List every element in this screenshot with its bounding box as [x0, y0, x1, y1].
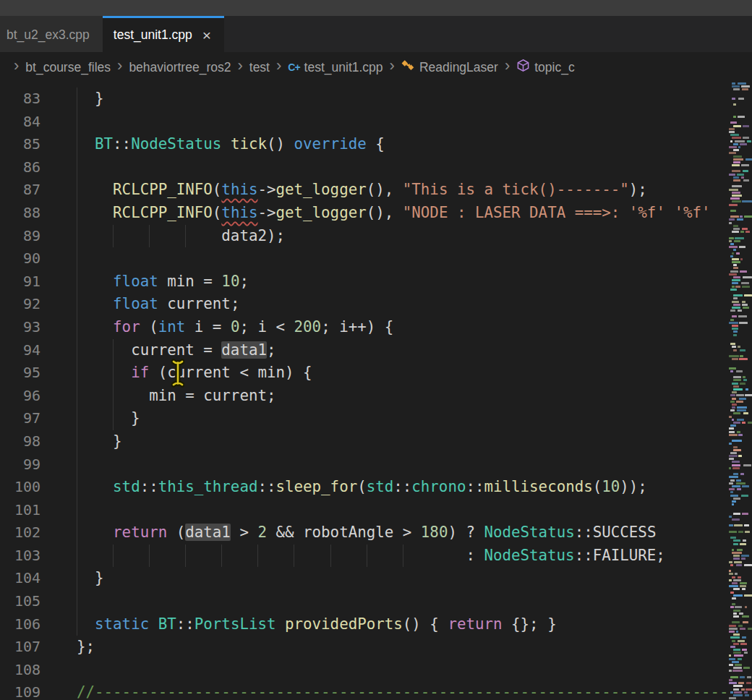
- code-line[interactable]: 102 return (data1 > 2 && robotAngle > 18…: [0, 521, 728, 545]
- window-title-bar: [0, 0, 752, 16]
- code-line[interactable]: 104 }: [0, 567, 728, 590]
- code-line[interactable]: 109//-----------------------------------…: [0, 681, 728, 700]
- breadcrumb-item-test[interactable]: test: [249, 60, 270, 75]
- breadcrumb-item-test_unit1.cpp[interactable]: C+test_unit1.cpp: [288, 60, 383, 75]
- code-text[interactable]: [77, 156, 728, 179]
- code-text[interactable]: [77, 247, 728, 270]
- tab-bt_u2_ex3.cpp[interactable]: bt_u2_ex3.cpp: [0, 16, 103, 52]
- breadcrumb-item-ReadingLaser[interactable]: ReadingLaser: [401, 59, 498, 76]
- indent-guide: [77, 590, 77, 613]
- minimap-row: [728, 422, 752, 424]
- minimap-row: [728, 424, 752, 427]
- code-text[interactable]: return (data1 > 2 && robotAngle > 180) ?…: [77, 521, 728, 545]
- minimap-row: [728, 518, 752, 521]
- line-number: 101: [0, 499, 43, 522]
- code-line[interactable]: 93 for (int i = 0; i < 200; i++) {: [0, 316, 728, 339]
- minimap-row: [728, 516, 752, 518]
- minimap-row: [728, 182, 752, 184]
- close-icon[interactable]: ×: [202, 27, 211, 43]
- code-line[interactable]: 87 RCLCPP_INFO(this->get_logger(), "This…: [0, 179, 728, 202]
- code-text[interactable]: float min = 10;: [77, 270, 728, 294]
- code-line[interactable]: 88 RCLCPP_INFO(this->get_logger(), "NODE…: [0, 202, 728, 225]
- code-line[interactable]: 94 current = data1;: [0, 339, 728, 362]
- code-text[interactable]: }: [77, 430, 728, 453]
- code-text[interactable]: }: [77, 567, 728, 590]
- minimap-row: [728, 210, 752, 212]
- minimap-row: [728, 495, 752, 497]
- code-text[interactable]: if (current < min) {: [77, 362, 728, 385]
- indent-guide: [77, 499, 77, 522]
- code-line[interactable]: 92 float current;: [0, 293, 728, 316]
- code-line[interactable]: 89 data2);: [0, 225, 728, 248]
- code-line[interactable]: 100 std::this_thread::sleep_for(std::chr…: [0, 476, 728, 499]
- code-line[interactable]: 96 min = current;: [0, 385, 728, 408]
- minimap-row: [728, 649, 752, 651]
- line-number: 92: [0, 293, 43, 316]
- code-line[interactable]: 86: [0, 156, 728, 179]
- minimap-row: [728, 446, 752, 448]
- method-icon: [516, 59, 530, 76]
- code-line[interactable]: 103 : NodeStatus::FAILURE;: [0, 545, 728, 568]
- code-line[interactable]: 105: [0, 590, 728, 613]
- minimap-row: [728, 355, 752, 357]
- code-text[interactable]: [77, 499, 728, 522]
- code-line[interactable]: 107};: [0, 636, 728, 659]
- minimap-row: [728, 524, 752, 526]
- code-line[interactable]: 84: [0, 111, 728, 134]
- code-line[interactable]: 91 float min = 10;: [0, 270, 728, 294]
- code-text[interactable]: }: [77, 88, 728, 111]
- minimap-row: [728, 633, 752, 636]
- code-text[interactable]: data2);: [77, 225, 728, 248]
- code-text[interactable]: //--------------------------------------…: [77, 681, 728, 700]
- code-text[interactable]: [77, 453, 728, 477]
- minimap-row: [728, 412, 752, 414]
- code-line[interactable]: 85 BT::NodeStatus tick() override {: [0, 133, 728, 156]
- code-line[interactable]: 98 }: [0, 430, 728, 453]
- code-text[interactable]: };: [77, 636, 728, 659]
- minimap-row: [728, 552, 752, 554]
- code-text[interactable]: BT::NodeStatus tick() override {: [77, 133, 728, 156]
- chevron-right-icon: ›: [383, 58, 401, 74]
- tab-test_unit1.cpp[interactable]: test_unit1.cpp×: [103, 16, 224, 52]
- minimap-row: [728, 379, 752, 381]
- breadcrumb-item-topic_c[interactable]: topic_c: [516, 59, 574, 76]
- minimap-row: [728, 255, 752, 257]
- chevron-right-icon: ›: [231, 58, 249, 74]
- code-line[interactable]: 90: [0, 247, 728, 270]
- code-text[interactable]: [77, 111, 728, 134]
- minimap-row: [728, 670, 752, 672]
- code-text[interactable]: float current;: [77, 293, 728, 316]
- minimap-row: [728, 291, 752, 294]
- minimap[interactable]: [728, 82, 752, 700]
- breadcrumb-item-bt_course_files[interactable]: bt_course_files: [25, 60, 111, 75]
- tab-label: test_unit1.cpp: [114, 27, 192, 43]
- minimap-row: [728, 128, 752, 130]
- minimap-row: [728, 358, 752, 360]
- code-text[interactable]: [77, 590, 728, 613]
- code-text[interactable]: RCLCPP_INFO(this->get_logger(), "NODE : …: [77, 202, 728, 225]
- line-number: 91: [0, 270, 43, 294]
- code-text[interactable]: std::this_thread::sleep_for(std::chrono:…: [77, 476, 728, 499]
- code-editor[interactable]: 83 }8485 BT::NodeStatus tick() override …: [0, 82, 728, 700]
- indent-guide: [77, 453, 77, 477]
- code-text[interactable]: RCLCPP_INFO(this->get_logger(), "This is…: [77, 179, 728, 202]
- minimap-row: [728, 558, 752, 560]
- code-line[interactable]: 99: [0, 453, 728, 477]
- minimap-row: [728, 270, 752, 273]
- breadcrumb-item-behaviortree_ros2[interactable]: behaviortree_ros2: [129, 60, 231, 75]
- code-line[interactable]: 95 if (current < min) {: [0, 362, 728, 385]
- code-text[interactable]: static BT::PortsList providedPorts() { r…: [77, 613, 728, 636]
- code-line[interactable]: 83 }: [0, 88, 728, 111]
- code-text[interactable]: : NodeStatus::FAILURE;: [77, 545, 728, 568]
- code-text[interactable]: }: [77, 407, 728, 430]
- minimap-row: [728, 189, 752, 191]
- minimap-row: [728, 564, 752, 566]
- code-line[interactable]: 101: [0, 499, 728, 522]
- code-text[interactable]: for (int i = 0; i < 200; i++) {: [77, 316, 728, 339]
- code-line[interactable]: 108: [0, 659, 728, 682]
- code-line[interactable]: 106 static BT::PortsList providedPorts()…: [0, 613, 728, 636]
- code-line[interactable]: 97 }: [0, 407, 728, 430]
- indent-guide: [77, 111, 77, 134]
- code-text[interactable]: [77, 659, 728, 682]
- minimap-row: [728, 500, 752, 503]
